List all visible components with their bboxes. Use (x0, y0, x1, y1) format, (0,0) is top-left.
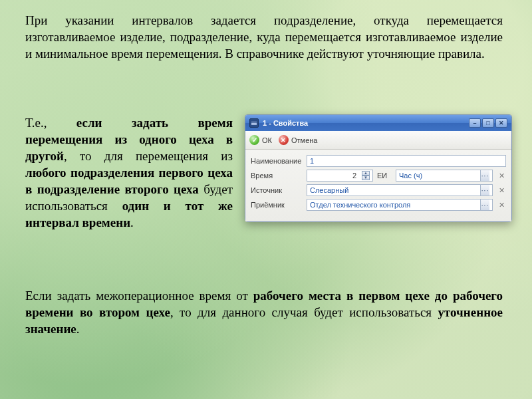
row-source: Источник Слесарный ··· ✕ (251, 183, 506, 198)
field-source[interactable]: Слесарный ··· (307, 184, 493, 196)
dialog-toolbar: ✓ ОК ✕ Отмена (245, 131, 511, 150)
p3-a: Если задать межоперационное время от (25, 289, 253, 303)
dialog-title: 1 - Свойства (263, 119, 308, 127)
row-name: Наименование 1 (251, 154, 506, 168)
value-receiver: Отдел технического контроля (310, 201, 410, 209)
label-source: Источник (251, 186, 303, 194)
label-receiver: Приёмник (251, 201, 303, 209)
p2-g: . (130, 215, 134, 229)
paragraph-3: Если задать межоперационное время от раб… (25, 287, 503, 337)
label-unit: ЕИ (377, 172, 392, 180)
clear-source-icon[interactable]: ✕ (497, 184, 506, 196)
field-name[interactable]: 1 (307, 155, 506, 167)
spin-down-icon[interactable]: ▼ (362, 176, 370, 180)
p2-c: , то для перемещения из (64, 149, 233, 163)
value-time: 2 (352, 172, 356, 180)
field-receiver[interactable]: Отдел технического контроля ··· (307, 199, 493, 211)
properties-dialog: 1 - Свойства – □ ✕ ✓ ОК ✕ Отмена Наимено… (245, 114, 512, 222)
lookup-source-icon[interactable]: ··· (480, 185, 489, 196)
clear-unit-icon[interactable]: ✕ (497, 170, 506, 182)
spin-up-icon[interactable]: ▲ (362, 171, 370, 176)
window-close-button[interactable]: ✕ (495, 118, 507, 128)
clear-receiver-icon[interactable]: ✕ (497, 199, 506, 211)
label-time: Время (251, 172, 303, 180)
check-icon: ✓ (249, 135, 259, 145)
ok-label: ОК (262, 136, 272, 144)
field-time[interactable]: 2 ▲ ▼ (307, 170, 373, 182)
cancel-button[interactable]: ✕ Отмена (279, 135, 317, 145)
value-source: Слесарный (310, 186, 348, 194)
dialog-app-icon (249, 118, 259, 128)
lookup-receiver-icon[interactable]: ··· (480, 200, 489, 210)
p3-c: , то для данного случая будет использова… (170, 305, 438, 319)
cancel-label: Отмена (291, 136, 317, 144)
value-name: 1 (310, 157, 314, 165)
dialog-titlebar[interactable]: 1 - Свойства – □ ✕ (245, 115, 511, 131)
row-receiver: Приёмник Отдел технического контроля ···… (251, 198, 506, 212)
paragraph-1: При указании интервалов задается подразд… (25, 12, 503, 62)
paragraph-2: Т.е., если задать время перемещения из о… (25, 114, 233, 231)
window-maximize-button[interactable]: □ (482, 118, 494, 128)
cancel-icon: ✕ (279, 135, 289, 145)
field-unit[interactable]: Час (ч) ··· (396, 170, 493, 182)
window-minimize-button[interactable]: – (469, 118, 481, 128)
row-time: Время 2 ▲ ▼ ЕИ Час (ч) ··· ✕ (251, 168, 506, 183)
p2-a: Т.е., (25, 116, 76, 130)
p3-e: . (76, 322, 80, 336)
label-name: Наименование (251, 157, 303, 165)
ok-button[interactable]: ✓ ОК (249, 135, 272, 145)
dialog-form: Наименование 1 Время 2 ▲ ▼ ЕИ Час (ч) ··… (245, 150, 511, 221)
lookup-unit-icon[interactable]: ··· (480, 170, 489, 181)
value-unit: Час (ч) (399, 172, 422, 180)
